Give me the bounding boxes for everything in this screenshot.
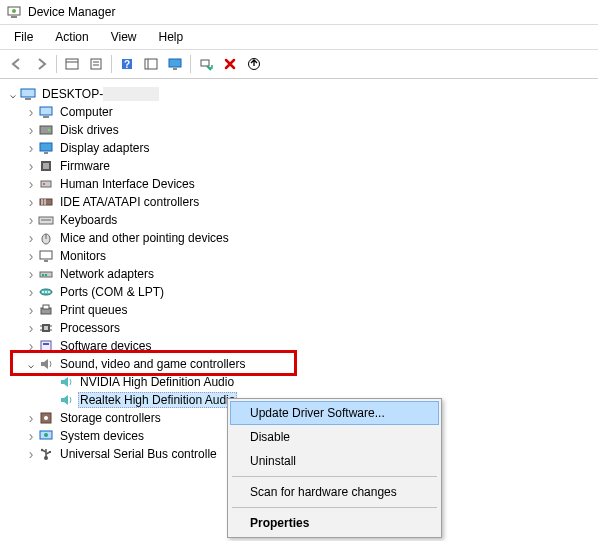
svg-rect-3 [66,59,78,69]
svg-rect-35 [40,251,52,259]
chevron-right-icon[interactable] [24,284,38,300]
chevron-right-icon[interactable] [24,446,38,462]
chevron-right-icon[interactable] [24,230,38,246]
titlebar: Device Manager [0,0,598,25]
tree-category[interactable]: Computer [4,103,594,121]
usb-icon [38,446,54,462]
ctx-sep [232,507,437,508]
svg-rect-53 [43,343,49,345]
svg-rect-26 [41,181,51,187]
monitor-button[interactable] [164,53,186,75]
display-icon [38,140,54,156]
svg-rect-22 [40,143,52,151]
chevron-right-icon[interactable] [24,122,38,138]
svg-rect-10 [145,59,157,69]
tree-category[interactable]: Mice and other pointing devices [4,229,594,247]
menu-view[interactable]: View [101,27,147,47]
svg-rect-1 [11,16,17,18]
category-label: Human Interface Devices [58,177,197,191]
ctx-uninstall[interactable]: Uninstall [230,449,439,473]
tree-category[interactable]: Network adapters [4,265,594,283]
toolbar-sep [111,55,112,73]
category-label: Computer [58,105,115,119]
tree-device[interactable]: NVIDIA High Definition Audio [4,373,594,391]
root-label: DESKTOP-XXXXXXX [40,87,161,101]
category-label: Sound, video and game controllers [58,357,247,371]
help-button[interactable]: ? [116,53,138,75]
ctx-properties[interactable]: Properties [230,511,439,523]
svg-rect-63 [49,451,51,453]
svg-rect-45 [43,305,49,309]
tree-category[interactable]: Sound, video and game controllers [4,355,594,373]
svg-rect-13 [173,68,177,70]
scan-button[interactable] [195,53,217,75]
svg-rect-12 [169,59,181,67]
refresh-button[interactable] [140,53,162,75]
ctx-disable[interactable]: Disable [230,425,439,449]
keyboard-icon [38,212,54,228]
chevron-right-icon[interactable] [24,320,38,336]
chevron-right-icon[interactable] [24,338,38,354]
chevron-down-icon[interactable] [6,89,20,100]
category-label: System devices [58,429,146,443]
chevron-down-icon[interactable] [24,359,38,370]
chevron-right-icon[interactable] [24,410,38,426]
tree-category[interactable]: Keyboards [4,211,594,229]
tree-category[interactable]: IDE ATA/ATAPI controllers [4,193,594,211]
category-label: Ports (COM & LPT) [58,285,166,299]
svg-rect-47 [44,326,48,330]
svg-point-2 [12,9,16,13]
menu-action[interactable]: Action [45,27,98,47]
mouse-icon [38,230,54,246]
speaker-icon [58,374,74,390]
chevron-right-icon[interactable] [24,158,38,174]
computer-icon [38,104,54,120]
category-label: Processors [58,321,122,335]
tree-category[interactable]: Processors [4,319,594,337]
device-label: Realtek High Definition Audio [78,392,237,408]
tree-root[interactable]: DESKTOP-XXXXXXX [4,85,594,103]
port-icon [38,284,54,300]
tree-category[interactable]: Print queues [4,301,594,319]
menu-help[interactable]: Help [149,27,194,47]
category-label: Mice and other pointing devices [58,231,231,245]
tree-category[interactable]: Human Interface Devices [4,175,594,193]
chevron-right-icon[interactable] [24,176,38,192]
chevron-right-icon[interactable] [24,302,38,318]
forward-button[interactable] [30,53,52,75]
chevron-right-icon[interactable] [24,104,38,120]
ctx-scan[interactable]: Scan for hardware changes [230,480,439,504]
tree-category[interactable]: Disk drives [4,121,594,139]
svg-point-55 [44,416,48,420]
tree-category[interactable]: Display adapters [4,139,594,157]
chevron-right-icon[interactable] [24,266,38,282]
menu-file[interactable]: File [4,27,43,47]
back-button[interactable] [6,53,28,75]
tree-category[interactable]: Firmware [4,157,594,175]
properties-button[interactable] [85,53,107,75]
show-hidden-button[interactable] [61,53,83,75]
chevron-right-icon[interactable] [24,248,38,264]
tree-category[interactable]: Monitors [4,247,594,265]
update-button[interactable] [243,53,265,75]
ctx-update-driver[interactable]: Update Driver Software... [230,401,439,425]
system-icon [38,428,54,444]
hid-icon [38,176,54,192]
storage-icon [38,410,54,426]
tree-category[interactable]: Software devices [4,337,594,355]
chevron-right-icon[interactable] [24,194,38,210]
svg-rect-25 [43,163,49,169]
chevron-right-icon[interactable] [24,140,38,156]
svg-point-27 [43,183,45,185]
delete-button[interactable] [219,53,241,75]
svg-rect-52 [41,341,51,351]
category-label: Universal Serial Bus controlle [58,447,219,461]
chevron-right-icon[interactable] [24,428,38,444]
disk-icon [38,122,54,138]
category-label: Monitors [58,249,108,263]
tree-category[interactable]: Ports (COM & LPT) [4,283,594,301]
sound-icon [38,356,54,372]
chevron-right-icon[interactable] [24,212,38,228]
category-label: Software devices [58,339,153,353]
svg-point-42 [45,291,47,293]
